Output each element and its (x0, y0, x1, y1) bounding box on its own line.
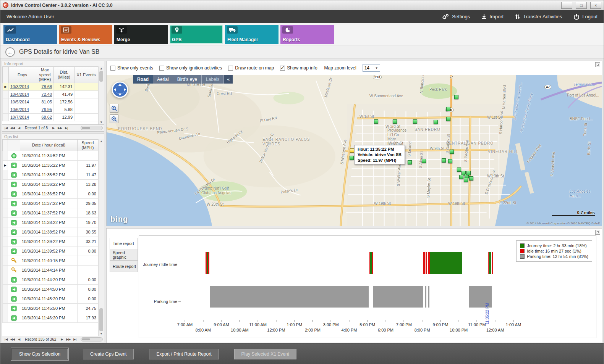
maximize-button[interactable]: □ (576, 2, 587, 9)
map-zoom-out-button[interactable] (110, 114, 118, 123)
gps-list-row[interactable]: 10/3/2014 11:46:20 PM17.93 (3, 313, 98, 323)
gps-list-row[interactable]: 10/3/2014 11:45:50 PM24.75 (3, 304, 98, 313)
gps-marker[interactable] (413, 119, 417, 124)
back-button[interactable]: ← (5, 47, 15, 57)
chart-tab-route-report[interactable]: Route report (110, 261, 138, 272)
gps-list-row[interactable]: 10/3/2014 11:37:22 PM29.05 (3, 199, 98, 208)
map-pan-control[interactable] (111, 81, 129, 100)
gps-marker[interactable] (457, 168, 461, 172)
nav-tile-fleet-manager[interactable]: Fleet Manager (225, 25, 279, 44)
info-report-row[interactable]: 10/5/201481.05172.56 (3, 98, 98, 106)
max-speed-link[interactable]: 68.62 (41, 115, 52, 119)
max-speed-link[interactable]: 81.05 (41, 100, 52, 104)
collapse-map-panel-button[interactable] (595, 62, 600, 67)
prev-page-button[interactable]: ◀◀ (10, 338, 15, 341)
gps-marker[interactable] (448, 159, 452, 163)
column-header-x1-events[interactable]: X1 Events (74, 67, 98, 83)
scroll-thumb[interactable] (99, 308, 103, 331)
scroll-up-icon[interactable]: ▲ (99, 67, 104, 70)
gps-list-row[interactable]: ▶10/3/2014 11:35:22 PM11.97 (3, 161, 98, 170)
chart-tab-speed-graphic[interactable]: Speed graphic (110, 249, 138, 261)
gps-list-row[interactable]: 10/3/2014 11:44:20 PM0.00 (3, 275, 98, 285)
checkbox-icon[interactable] (228, 66, 233, 71)
next-page-button[interactable]: ▶▶ (66, 338, 71, 341)
gps-list-row[interactable]: 10/3/2014 11:44:50 PM0.00 (3, 285, 98, 294)
gps-marker[interactable] (374, 119, 378, 124)
gps-list-row[interactable]: 10/3/2014 11:37:52 PM18.63 (3, 208, 98, 218)
day-link[interactable]: 10/4/2014 (10, 92, 29, 97)
nav-tile-reports[interactable]: Reports (280, 25, 334, 44)
gps-list-row[interactable]: 10/3/2014 11:39:22 PM33.21 (3, 237, 98, 246)
collapse-chart-panel-button[interactable] (595, 230, 600, 235)
info-report-row[interactable]: 10/6/201476.955.88 (3, 106, 98, 113)
gps-list-row[interactable]: 10/3/2014 11:45:20 PM0.00 (3, 294, 98, 304)
map-option-show-map-info[interactable]: Show map info (280, 65, 317, 71)
gps-marker[interactable] (393, 119, 397, 124)
scroll-down-icon[interactable]: ▼ (99, 121, 104, 124)
gps-marker[interactable] (446, 107, 450, 111)
gps-list-row[interactable]: 10/3/2014 11:36:52 PM0.00 (3, 189, 98, 199)
checkbox-icon[interactable] (159, 66, 164, 71)
gps-marker[interactable] (464, 178, 468, 182)
map-zoom-select[interactable]: 14 ▼ (363, 64, 380, 72)
gps-marker[interactable] (466, 171, 471, 175)
action-import[interactable]: Import (481, 14, 504, 19)
gps-marker[interactable] (442, 158, 446, 163)
scroll-up-icon[interactable]: ▲ (99, 140, 104, 143)
gps-marker[interactable] (450, 150, 454, 154)
day-link[interactable]: 10/6/2014 (10, 107, 29, 112)
gps-marker[interactable] (454, 95, 458, 99)
column-header-dist-miles[interactable]: Dist. (Miles) (54, 67, 74, 83)
nav-tile-gps[interactable]: GPS (170, 25, 223, 44)
first-record-button[interactable]: |◀ (3, 338, 9, 341)
action-transfer-activities[interactable]: Transfer Activities (515, 14, 562, 19)
max-speed-link[interactable]: 76.95 (41, 107, 52, 112)
column-header-date-hour-local[interactable]: Date / hour (local) (20, 140, 78, 151)
max-speed-link[interactable]: 72.40 (41, 92, 52, 97)
gps-marker[interactable] (459, 175, 463, 179)
column-header-days[interactable]: Days (9, 67, 36, 83)
prev-record-button[interactable]: ◀ (16, 338, 22, 341)
info-report-scrollbar[interactable]: ▲ ▼ (98, 66, 104, 124)
gps-list-row[interactable]: 10/3/2014 11:38:22 PM19.70 (3, 218, 98, 227)
map-option-draw-route-on-map[interactable]: Draw route on map (228, 65, 274, 71)
next-page-button[interactable]: ▶▶ (57, 126, 63, 130)
nav-tile-merge[interactable]: Merge (114, 25, 168, 44)
map-zoom-in-button[interactable] (110, 104, 118, 113)
prev-record-button[interactable]: ◀ (16, 126, 22, 130)
gps-marker-selected[interactable] (350, 148, 354, 153)
prev-page-button[interactable]: ◀◀ (10, 126, 15, 130)
gps-marker[interactable] (469, 176, 473, 180)
gps-marker[interactable] (446, 117, 450, 121)
last-record-button[interactable]: ▶| (72, 338, 78, 341)
gps-list-row[interactable]: 10/3/2014 11:35:52 PM11.47 (3, 170, 98, 180)
day-link[interactable]: 10/7/2014 (10, 115, 29, 119)
max-speed-link[interactable]: 78.68 (41, 84, 52, 89)
info-report-row[interactable]: 10/4/201472.4041.49 (3, 90, 98, 98)
map-view-tab-road[interactable]: Road (133, 75, 153, 84)
info-horizontal-scrollbar[interactable] (81, 126, 103, 130)
gps-list-row[interactable]: 10/3/2014 11:44:14 PM (3, 266, 98, 275)
chart-tab-time-report[interactable]: Time report (110, 238, 138, 249)
map-view-tab-labels[interactable]: Labels (201, 75, 224, 84)
gps-list-row[interactable]: 10/3/2014 11:40:15 PM (3, 256, 98, 266)
map-view-tab-bird-s-eye[interactable]: Bird's eye (173, 75, 201, 84)
gps-marker[interactable] (350, 156, 354, 160)
next-record-button[interactable]: ▶ (59, 338, 65, 341)
gps-list-row[interactable]: 10/3/2014 11:34:52 PM (3, 151, 98, 161)
nav-tile-events-reviews[interactable]: Events & Reviews (59, 25, 112, 44)
column-header-max-speed-mph[interactable]: Max speed (MPH) (36, 67, 54, 83)
checkbox-icon[interactable] (110, 66, 115, 71)
info-report-row[interactable]: ▶10/3/201478.68142.31 (3, 83, 98, 90)
day-link[interactable]: 10/3/2014 (10, 84, 29, 89)
minimize-button[interactable]: – (561, 2, 572, 9)
gps-list-row[interactable]: 10/3/2014 11:36:22 PM13.28 (3, 180, 98, 189)
next-record-button[interactable]: ▶ (51, 126, 56, 130)
map-view-collapse-button[interactable]: « (224, 75, 233, 84)
gps-marker[interactable] (422, 159, 426, 163)
gps-horizontal-scrollbar[interactable] (81, 337, 103, 341)
footer-button-export-print-route-report[interactable]: Export / Print Route Report (149, 349, 219, 359)
close-button[interactable]: × (590, 2, 601, 9)
map-option-show-only-events[interactable]: Show only events (110, 65, 153, 71)
column-header-speed-mph[interactable]: Speed (MPH) (78, 140, 98, 151)
